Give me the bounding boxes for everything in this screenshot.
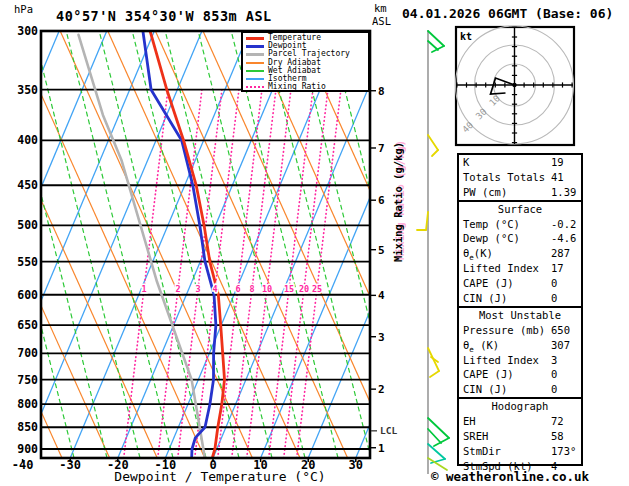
svg-text:700: 700 <box>17 346 38 360</box>
table-section-header: Most Unstable <box>459 308 581 323</box>
table-row-value: 0 <box>551 367 557 382</box>
table-row-label: StmDir <box>463 445 501 457</box>
svg-text:7: 7 <box>378 142 385 155</box>
table-row-value: 0 <box>551 291 557 306</box>
lcl-marker: LCL <box>371 425 397 436</box>
svg-text:550: 550 <box>17 255 38 269</box>
svg-text:400: 400 <box>17 133 38 147</box>
table-row: K19 <box>459 155 581 170</box>
table-row-value: 17 <box>551 261 564 276</box>
table-row: Pressure (mb)650 <box>459 323 581 338</box>
svg-text:450: 450 <box>17 178 38 192</box>
svg-text:-40: -40 <box>12 458 34 472</box>
svg-text:4: 4 <box>378 289 385 302</box>
table-row-label: CIN (J) <box>463 292 507 304</box>
table-row-label: Temp (°C) <box>463 218 520 230</box>
wind-barb <box>428 135 438 150</box>
table-row-label: CAPE (J) <box>463 277 514 289</box>
svg-text:350: 350 <box>17 83 38 97</box>
svg-text:3: 3 <box>195 284 200 294</box>
svg-text:800: 800 <box>17 397 38 411</box>
table-row-value: 41 <box>551 170 564 185</box>
table-row-label: PW (cm) <box>463 186 507 198</box>
svg-text:500: 500 <box>17 218 38 232</box>
hodograph: 103040kt <box>456 26 575 145</box>
table-row-value: -4.6 <box>551 231 576 246</box>
svg-text:10: 10 <box>262 284 272 294</box>
table-row-value: 72 <box>551 414 564 429</box>
table-row-value: 3 <box>551 353 557 368</box>
dewpoint-curve <box>143 31 216 457</box>
table-row-label: K <box>463 156 469 168</box>
legend-line-sample <box>246 53 264 56</box>
table-section: HodographEH72SREH58StmDir173°StmSpd (kt)… <box>459 397 581 473</box>
table-row-value: 650 <box>551 323 570 338</box>
plot-legend: TemperatureDewpointParcel TrajectoryDry … <box>241 31 370 92</box>
table-section: K19Totals Totals41PW (cm)1.39 <box>459 155 581 200</box>
altitude-axis-unit-km: km <box>374 2 387 14</box>
table-row: StmDir173° <box>459 444 581 459</box>
table-row: Totals Totals41 <box>459 170 581 185</box>
wind-barb <box>428 418 449 438</box>
legend-line-sample <box>246 70 264 72</box>
sounding-location-title: 40°57'N 354°30'W 853m ASL <box>56 8 272 24</box>
altitude-axis-unit-asl: ASL <box>372 15 391 27</box>
indices-table: K19Totals Totals41PW (cm)1.39SurfaceTemp… <box>457 153 583 466</box>
wind-barb-column <box>417 30 449 474</box>
table-row-value: 58 <box>551 429 564 444</box>
svg-text:850: 850 <box>17 420 38 434</box>
table-row-value: 307 <box>551 338 570 353</box>
svg-text:5: 5 <box>378 244 385 257</box>
legend-line-sample <box>246 37 264 40</box>
table-row-value: 19 <box>551 155 564 170</box>
wind-barb <box>430 371 439 377</box>
table-row-value: 173° <box>551 444 576 459</box>
legend-line-sample <box>246 86 264 88</box>
svg-text:300: 300 <box>17 24 38 38</box>
table-row: CAPE (J)0 <box>459 367 581 382</box>
table-row: θe (K)307 <box>459 338 581 353</box>
table-section: SurfaceTemp (°C)-0.2Dewp (°C)-4.6θe(K)28… <box>459 200 581 306</box>
temperature-curve <box>150 31 224 457</box>
km-asl-axis: 87654321 <box>371 85 385 455</box>
svg-text:650: 650 <box>17 318 38 332</box>
table-row: Lifted Index17 <box>459 261 581 276</box>
table-row-label: Dewp (°C) <box>463 232 520 244</box>
svg-text:2: 2 <box>378 383 385 396</box>
table-row-label: CIN (J) <box>463 383 507 395</box>
wind-barb <box>432 150 438 156</box>
table-row-label: θe (K) <box>463 339 499 351</box>
table-row-value: 1.39 <box>551 185 576 200</box>
svg-text:8: 8 <box>378 85 385 98</box>
table-row-label: CAPE (J) <box>463 368 514 380</box>
svg-text:1: 1 <box>378 442 385 455</box>
table-row-label: Lifted Index <box>463 262 539 274</box>
legend-item: Mixing Ratio <box>246 83 366 91</box>
table-row-label: θe(K) <box>463 247 493 259</box>
table-row: Temp (°C)-0.2 <box>459 217 581 232</box>
table-section-header: Surface <box>459 202 581 217</box>
table-section: Most UnstablePressure (mb)650θe (K)307Li… <box>459 306 581 397</box>
svg-text:2: 2 <box>175 284 180 294</box>
table-row: Dewp (°C)-4.6 <box>459 231 581 246</box>
hodograph-unit-label: kt <box>460 31 472 42</box>
svg-text:1: 1 <box>141 284 146 294</box>
pressure-axis-unit: hPa <box>14 3 33 15</box>
svg-text:LCL: LCL <box>380 425 397 436</box>
legend-line-sample <box>246 45 264 48</box>
svg-text:750: 750 <box>17 373 38 387</box>
table-row-label: EH <box>463 415 476 427</box>
table-row-value: 287 <box>551 246 570 261</box>
svg-text:6: 6 <box>235 284 240 294</box>
plot-border <box>41 31 370 458</box>
svg-text:8: 8 <box>249 284 254 294</box>
table-row: θe(K)287 <box>459 246 581 261</box>
skewt-sounding-page: 1234681015202530035040045050055060065070… <box>0 0 629 486</box>
table-row-label: Lifted Index <box>463 354 539 366</box>
table-row: SREH58 <box>459 429 581 444</box>
wind-barb <box>428 41 438 50</box>
svg-text:3: 3 <box>378 331 385 344</box>
table-row: PW (cm)1.39 <box>459 185 581 200</box>
table-row: CIN (J)0 <box>459 291 581 306</box>
svg-text:900: 900 <box>17 442 38 456</box>
